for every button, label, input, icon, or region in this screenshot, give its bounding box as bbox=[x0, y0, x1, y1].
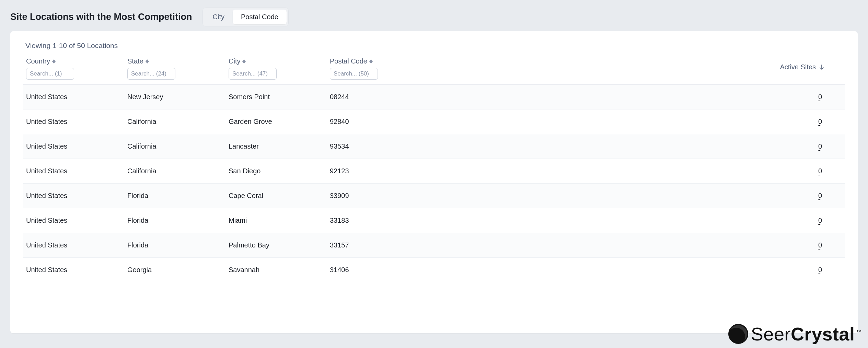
active-sites-link[interactable]: 0 bbox=[818, 266, 822, 274]
cell-postal: 33157 bbox=[327, 233, 458, 258]
sort-city[interactable]: City bbox=[229, 57, 246, 65]
cell-postal: 31406 bbox=[327, 258, 458, 282]
tab-postal-code[interactable]: Postal Code bbox=[233, 10, 287, 24]
search-postal-input[interactable] bbox=[330, 68, 378, 80]
cell-country: United States bbox=[23, 184, 125, 208]
cell-active-sites: 0 bbox=[458, 184, 845, 208]
cell-country: United States bbox=[23, 208, 125, 233]
sort-active-sites[interactable]: Active Sites bbox=[780, 63, 824, 71]
col-label: Postal Code bbox=[330, 57, 367, 65]
table-row: United StatesNew JerseySomers Point08244… bbox=[23, 85, 845, 109]
sort-state[interactable]: State bbox=[127, 57, 149, 65]
cell-postal: 92123 bbox=[327, 159, 458, 184]
cell-active-sites: 0 bbox=[458, 109, 845, 134]
table-row: United StatesCaliforniaGarden Grove92840… bbox=[23, 109, 845, 134]
cell-state: Florida bbox=[125, 184, 226, 208]
header-row: Site Locations with the Most Competition… bbox=[0, 0, 868, 31]
active-sites-link[interactable]: 0 bbox=[818, 192, 822, 199]
table-row: United StatesCaliforniaLancaster935340 bbox=[23, 134, 845, 159]
page-title: Site Locations with the Most Competition bbox=[10, 12, 192, 22]
cell-state: California bbox=[125, 134, 226, 159]
active-sites-link[interactable]: 0 bbox=[818, 241, 822, 249]
cell-postal: 93534 bbox=[327, 134, 458, 159]
viewing-summary: Viewing 1-10 of 50 Locations bbox=[23, 42, 845, 50]
cell-state: Florida bbox=[125, 208, 226, 233]
cell-city: Palmetto Bay bbox=[226, 233, 327, 258]
cell-city: San Diego bbox=[226, 159, 327, 184]
cell-postal: 08244 bbox=[327, 85, 458, 109]
locations-card: Viewing 1-10 of 50 Locations Country bbox=[10, 31, 858, 333]
locations-table: Country State bbox=[23, 56, 845, 282]
table-row: United StatesFloridaCape Coral339090 bbox=[23, 184, 845, 208]
table-row: United StatesFloridaPalmetto Bay331570 bbox=[23, 233, 845, 258]
col-header-city: City bbox=[226, 56, 327, 85]
cell-country: United States bbox=[23, 258, 125, 282]
tab-city[interactable]: City bbox=[205, 10, 233, 24]
sort-icon bbox=[146, 59, 149, 63]
cell-country: United States bbox=[23, 109, 125, 134]
col-label: Active Sites bbox=[780, 63, 816, 71]
cell-city: Somers Point bbox=[226, 85, 327, 109]
active-sites-link[interactable]: 0 bbox=[818, 118, 822, 125]
active-sites-link[interactable]: 0 bbox=[818, 167, 822, 175]
cell-active-sites: 0 bbox=[458, 134, 845, 159]
search-state-input[interactable] bbox=[127, 68, 175, 80]
cell-city: Lancaster bbox=[226, 134, 327, 159]
cell-postal: 33909 bbox=[327, 184, 458, 208]
sort-postal[interactable]: Postal Code bbox=[330, 57, 373, 65]
cell-state: California bbox=[125, 159, 226, 184]
cell-active-sites: 0 bbox=[458, 233, 845, 258]
col-header-active-sites: Active Sites bbox=[458, 56, 845, 85]
active-sites-link[interactable]: 0 bbox=[818, 217, 822, 224]
cell-country: United States bbox=[23, 134, 125, 159]
sort-icon bbox=[52, 59, 56, 63]
col-label: State bbox=[127, 57, 143, 65]
table-row: United StatesCaliforniaSan Diego921230 bbox=[23, 159, 845, 184]
cell-postal: 33183 bbox=[327, 208, 458, 233]
sort-icon bbox=[242, 59, 246, 63]
table-row: United StatesFloridaMiami331830 bbox=[23, 208, 845, 233]
cell-active-sites: 0 bbox=[458, 208, 845, 233]
col-label: City bbox=[229, 57, 240, 65]
col-header-postal: Postal Code bbox=[327, 56, 458, 85]
active-sites-link[interactable]: 0 bbox=[818, 93, 822, 101]
cell-city: Miami bbox=[226, 208, 327, 233]
sort-icon bbox=[369, 59, 373, 63]
cell-state: Florida bbox=[125, 233, 226, 258]
table-row: United StatesGeorgiaSavannah314060 bbox=[23, 258, 845, 282]
tab-group: City Postal Code bbox=[202, 8, 289, 26]
search-country-input[interactable] bbox=[26, 68, 74, 80]
col-label: Country bbox=[26, 57, 50, 65]
cell-state: Georgia bbox=[125, 258, 226, 282]
cell-active-sites: 0 bbox=[458, 159, 845, 184]
cell-state: California bbox=[125, 109, 226, 134]
col-header-state: State bbox=[125, 56, 226, 85]
cell-country: United States bbox=[23, 233, 125, 258]
search-city-input[interactable] bbox=[229, 68, 277, 80]
cell-active-sites: 0 bbox=[458, 258, 845, 282]
arrow-down-icon bbox=[818, 63, 824, 71]
sort-country[interactable]: Country bbox=[26, 57, 56, 65]
active-sites-link[interactable]: 0 bbox=[818, 142, 822, 150]
cell-city: Garden Grove bbox=[226, 109, 327, 134]
cell-city: Savannah bbox=[226, 258, 327, 282]
col-header-country: Country bbox=[23, 56, 125, 85]
cell-city: Cape Coral bbox=[226, 184, 327, 208]
cell-state: New Jersey bbox=[125, 85, 226, 109]
cell-country: United States bbox=[23, 85, 125, 109]
cell-country: United States bbox=[23, 159, 125, 184]
cell-postal: 92840 bbox=[327, 109, 458, 134]
cell-active-sites: 0 bbox=[458, 85, 845, 109]
